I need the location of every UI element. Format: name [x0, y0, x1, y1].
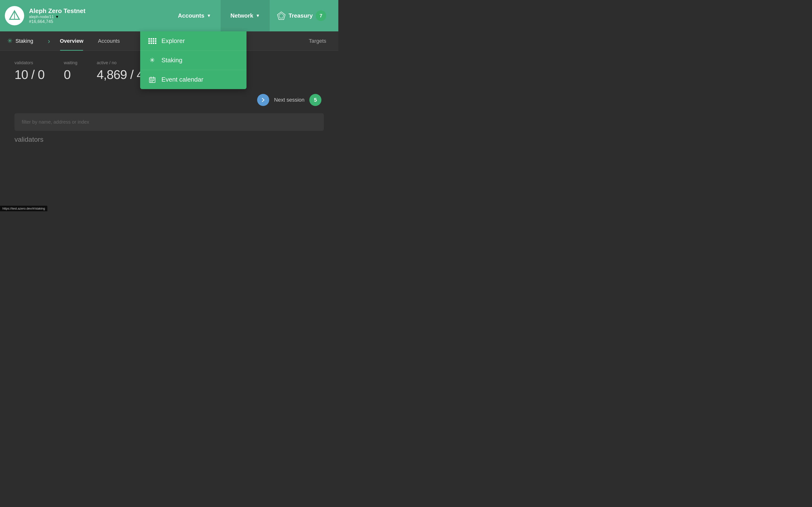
filter-placeholder: filter by name, address or index: [22, 119, 89, 125]
block-number: #16,664,745: [29, 19, 86, 24]
waiting-stat: waiting 0: [64, 60, 77, 82]
treasury-label: Treasury: [289, 12, 313, 19]
tab-accounts[interactable]: Accounts: [91, 32, 127, 51]
dropdown-item-explorer[interactable]: Explorer: [140, 32, 247, 51]
network-nav[interactable]: Network ▼: [221, 0, 270, 32]
next-session-arrow-icon: [261, 98, 266, 102]
event-calendar-label: Event calendar: [161, 76, 203, 83]
svg-rect-11: [153, 80, 154, 81]
waiting-label: waiting: [64, 60, 77, 65]
node-version-dropdown[interactable]: aleph-node/11 ▼: [29, 15, 86, 19]
treasury-diamond-icon: [277, 11, 286, 20]
network-label: Network: [230, 12, 253, 19]
brand-info: Aleph Zero Testnet aleph-node/11 ▼ #16,6…: [29, 7, 86, 24]
staking-label: Staking: [15, 38, 33, 44]
tab-overview[interactable]: Overview: [52, 32, 91, 51]
network-dropdown: Explorer ✳ Staking Event calendar: [140, 32, 247, 89]
node-chevron-icon: ▼: [55, 15, 59, 19]
logo: [5, 6, 24, 25]
svg-marker-3: [277, 12, 285, 19]
svg-marker-4: [279, 13, 284, 18]
validators-section-title: validators: [14, 131, 324, 144]
session-count-badge: 5: [309, 94, 321, 106]
staking-nav-item[interactable]: ✳ Staking: [7, 32, 40, 51]
staking-snowflake-dropdown-icon: ✳: [148, 56, 157, 64]
session-row: Next session 5: [14, 94, 324, 106]
next-session-button[interactable]: [257, 94, 269, 106]
accounts-label: Accounts: [178, 12, 204, 19]
svg-rect-13: [152, 81, 153, 82]
calendar-icon: [148, 76, 157, 83]
node-version: aleph-node/11: [29, 15, 54, 19]
staking-snowflake-icon: ✳: [7, 37, 12, 45]
svg-rect-10: [152, 80, 153, 81]
nav-items: Accounts ▼ Network ▼ Treasury 7: [95, 0, 334, 32]
tab-targets[interactable]: Targets: [304, 38, 331, 44]
network-chevron-icon: ▼: [256, 13, 260, 18]
svg-rect-12: [150, 81, 151, 82]
validators-value: 10 / 0: [14, 67, 45, 82]
dropdown-item-event-calendar[interactable]: Event calendar: [140, 70, 247, 89]
dropdown-item-staking[interactable]: ✳ Staking: [140, 51, 247, 70]
header: Aleph Zero Testnet aleph-node/11 ▼ #16,6…: [0, 0, 338, 32]
treasury-badge: 7: [316, 10, 326, 21]
treasury-nav[interactable]: Treasury 7: [270, 0, 334, 32]
next-session-label: Next session: [274, 97, 305, 103]
logo-icon: [8, 10, 20, 22]
staking-dropdown-label: Staking: [161, 56, 183, 64]
validators-label: validators: [14, 60, 45, 65]
explorer-label: Explorer: [161, 37, 185, 45]
brand-name: Aleph Zero Testnet: [29, 7, 86, 15]
url-bar: https://test.azero.dev/#/staking: [0, 206, 47, 211]
accounts-nav[interactable]: Accounts ▼: [168, 0, 221, 32]
svg-rect-9: [150, 80, 151, 81]
breadcrumb-arrow-icon: ›: [48, 37, 50, 45]
filter-bar[interactable]: filter by name, address or index: [14, 113, 324, 131]
validators-stat: validators 10 / 0: [14, 60, 45, 82]
grid-dots-icon: [148, 38, 157, 44]
accounts-chevron-icon: ▼: [207, 13, 211, 18]
waiting-value: 0: [64, 67, 77, 82]
